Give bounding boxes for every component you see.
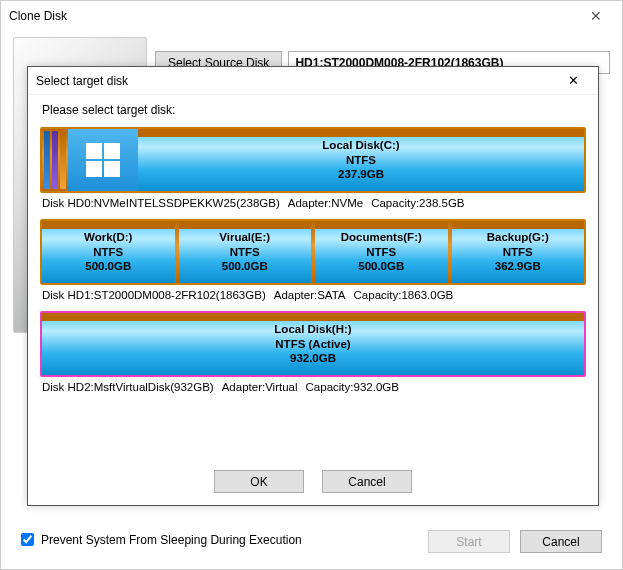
partition-label: Local Disk(H:): [274, 322, 351, 336]
partitions: Local Disk(C:)NTFS237.9GB: [138, 129, 584, 191]
dialog-buttons: OK Cancel: [28, 462, 598, 505]
cancel-button[interactable]: Cancel: [520, 530, 602, 553]
disk-strip: Local Disk(H:)NTFS (Active)932.0GB: [42, 313, 584, 375]
disk-strip: Work(D:)NTFS500.0GBVirual(E:)NTFS500.0GB…: [42, 221, 584, 283]
disk-info-capacity: Capacity:932.0GB: [306, 381, 399, 393]
window-buttons: Start Cancel: [428, 530, 602, 553]
close-icon[interactable]: ✕: [576, 8, 616, 24]
dialog-titlebar: Select target disk ✕: [28, 67, 598, 95]
partition-fs: NTFS: [366, 245, 396, 259]
partition[interactable]: Virual(E:)NTFS500.0GB: [179, 221, 312, 283]
partition-fs: NTFS: [230, 245, 260, 259]
partition-label: Local Disk(C:): [322, 138, 399, 152]
disk-info-adapter: Adapter:SATA: [274, 289, 346, 301]
partitions: Local Disk(H:)NTFS (Active)932.0GB: [42, 313, 584, 375]
close-icon[interactable]: ✕: [552, 70, 594, 92]
dialog-prompt: Please select target disk:: [42, 103, 586, 117]
disk-strip: Local Disk(C:)NTFS237.9GB: [42, 129, 584, 191]
partition-fs: NTFS (Active): [275, 337, 350, 351]
ok-button[interactable]: OK: [214, 470, 304, 493]
partition-size: 237.9GB: [338, 167, 384, 181]
partition[interactable]: Work(D:)NTFS500.0GB: [42, 221, 175, 283]
partition[interactable]: Documents(F:)NTFS500.0GB: [315, 221, 448, 283]
disk-item[interactable]: Work(D:)NTFS500.0GBVirual(E:)NTFS500.0GB…: [40, 219, 586, 285]
select-target-dialog: Select target disk ✕ Please select targe…: [27, 66, 599, 506]
dialog-title: Select target disk: [36, 74, 128, 88]
windows-logo-icon: [68, 129, 138, 191]
start-button: Start: [428, 530, 510, 553]
reserved-slice: [52, 131, 58, 189]
partition[interactable]: Local Disk(C:)NTFS237.9GB: [138, 129, 584, 191]
disk-info-adapter: Adapter:NVMe: [288, 197, 363, 209]
disk-item[interactable]: Local Disk(H:)NTFS (Active)932.0GB: [40, 311, 586, 377]
prevent-sleep-label: Prevent System From Sleeping During Exec…: [41, 533, 302, 547]
prevent-sleep-input[interactable]: [21, 533, 34, 546]
partition-label: Documents(F:): [341, 230, 422, 244]
clone-disk-window: Clone Disk ✕ Select Source Disk HD1:ST20…: [0, 0, 623, 570]
disk-info: Disk HD1:ST2000DM008-2FR102(1863GB)Adapt…: [40, 287, 586, 311]
dialog-body: Please select target disk: Local Disk(C:…: [28, 95, 598, 462]
reserved-slice: [60, 131, 66, 189]
reserved-partitions: [42, 129, 68, 191]
partition[interactable]: Backup(G:)NTFS362.9GB: [452, 221, 585, 283]
partition-size: 362.9GB: [495, 259, 541, 273]
disk-info-capacity: Capacity:1863.0GB: [354, 289, 454, 301]
partition-label: Work(D:): [84, 230, 132, 244]
disk-info: Disk HD2:MsftVirtualDisk(932GB)Adapter:V…: [40, 379, 586, 403]
titlebar: Clone Disk ✕: [1, 1, 622, 31]
dialog-cancel-button[interactable]: Cancel: [322, 470, 412, 493]
partition-label: Backup(G:): [487, 230, 549, 244]
partition-fs: NTFS: [346, 153, 376, 167]
partition-size: 500.0GB: [358, 259, 404, 273]
partition-size: 932.0GB: [290, 351, 336, 365]
partitions: Work(D:)NTFS500.0GBVirual(E:)NTFS500.0GB…: [42, 221, 584, 283]
partition-size: 500.0GB: [85, 259, 131, 273]
disk-info-capacity: Capacity:238.5GB: [371, 197, 464, 209]
disk-info-name: Disk HD0:NVMeINTELSSDPEKKW25(238GB): [42, 197, 280, 209]
partition-label: Virual(E:): [219, 230, 270, 244]
partition-fs: NTFS: [503, 245, 533, 259]
disk-info: Disk HD0:NVMeINTELSSDPEKKW25(238GB)Adapt…: [40, 195, 586, 219]
partition-size: 500.0GB: [222, 259, 268, 273]
disk-list: Local Disk(C:)NTFS237.9GBDisk HD0:NVMeIN…: [40, 127, 586, 403]
prevent-sleep-checkbox[interactable]: Prevent System From Sleeping During Exec…: [17, 530, 302, 549]
partition-fs: NTFS: [93, 245, 123, 259]
reserved-slice: [44, 131, 50, 189]
disk-item[interactable]: Local Disk(C:)NTFS237.9GB: [40, 127, 586, 193]
partition[interactable]: Local Disk(H:)NTFS (Active)932.0GB: [42, 313, 584, 375]
disk-info-name: Disk HD2:MsftVirtualDisk(932GB): [42, 381, 214, 393]
disk-info-adapter: Adapter:Virtual: [222, 381, 298, 393]
window-title: Clone Disk: [9, 9, 67, 23]
disk-info-name: Disk HD1:ST2000DM008-2FR102(1863GB): [42, 289, 266, 301]
